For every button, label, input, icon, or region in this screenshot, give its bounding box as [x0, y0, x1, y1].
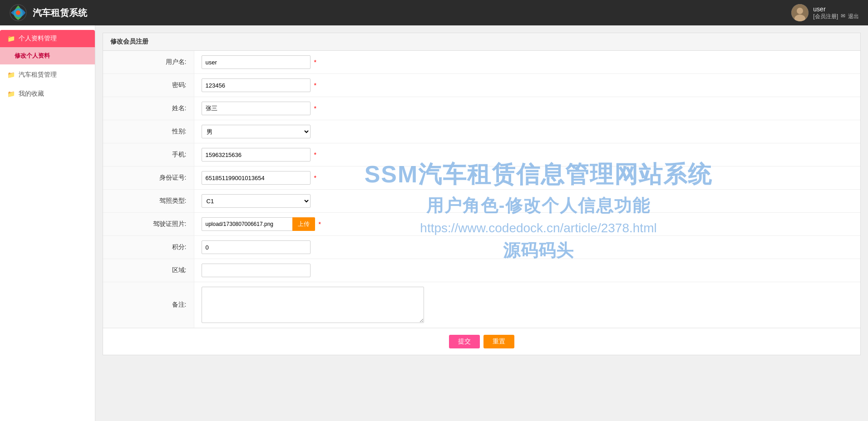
input-wrap-gender: 男 女 — [202, 125, 853, 138]
cell-id-number: * — [194, 166, 860, 190]
input-wrap-phone: * — [202, 148, 853, 162]
user-info: user [会员注册] ✉ 退出 — [813, 5, 859, 20]
input-name[interactable] — [202, 102, 311, 115]
row-password: 密码: * — [103, 74, 860, 97]
select-license-type[interactable]: C1 C2 B1 B2 A1 A2 — [202, 194, 311, 208]
cell-gender: 男 女 — [194, 120, 860, 143]
cell-name: * — [194, 97, 860, 120]
input-region[interactable] — [202, 264, 311, 277]
logout-link[interactable]: 退出 — [848, 13, 859, 20]
sidebar-header-favorites[interactable]: 📁 我的收藏 — [0, 85, 95, 103]
row-score: 积分: — [103, 236, 860, 259]
input-wrap-password: * — [202, 78, 853, 92]
input-remark[interactable] — [202, 287, 424, 323]
layout: 📁 个人资料管理 修改个人资料 📁 汽车租赁管理 📁 我的收藏 修改会员注册 — [0, 25, 868, 421]
row-remark: 备注: — [103, 282, 860, 328]
required-phone: * — [314, 151, 316, 158]
folder-icon-favorites: 📁 — [7, 90, 15, 98]
label-license-type: 驾照类型: — [103, 190, 194, 213]
input-wrap-remark — [202, 287, 853, 323]
sidebar-item-edit-profile[interactable]: 修改个人资料 — [0, 47, 95, 64]
row-id-number: 身份证号: * — [103, 166, 860, 190]
row-name: 姓名: * — [103, 97, 860, 120]
folder-icon-rental: 📁 — [7, 71, 15, 78]
register-link[interactable]: [会员注册] — [813, 13, 838, 20]
required-username: * — [314, 59, 316, 66]
upload-area: 上传 — [202, 217, 315, 231]
message-link[interactable]: ✉ — [841, 13, 845, 20]
form-card: 修改会员注册 用户名: * 密码: — [103, 33, 861, 355]
label-username: 用户名: — [103, 51, 194, 74]
form-footer: 提交 重置 — [103, 328, 860, 355]
svg-point-3 — [797, 8, 803, 14]
input-username[interactable] — [202, 55, 311, 69]
upload-button[interactable]: 上传 — [292, 217, 315, 231]
sidebar: 📁 个人资料管理 修改个人资料 📁 汽车租赁管理 📁 我的收藏 — [0, 25, 95, 421]
cell-remark — [194, 282, 860, 328]
user-avatar — [791, 4, 809, 21]
sidebar-header-personal[interactable]: 📁 个人资料管理 — [0, 30, 95, 47]
sidebar-section-personal: 📁 个人资料管理 修改个人资料 — [0, 30, 95, 64]
sidebar-item-edit-profile-label: 修改个人资料 — [15, 52, 50, 59]
input-wrap-username: * — [202, 55, 853, 69]
required-id-number: * — [314, 174, 316, 181]
cell-score — [194, 236, 860, 259]
sidebar-section-rental-label: 汽车租赁管理 — [19, 71, 57, 79]
row-phone: 手机: * — [103, 143, 860, 166]
input-id-number[interactable] — [202, 171, 311, 185]
form-table: 用户名: * 密码: * — [103, 51, 860, 328]
header-right: user [会员注册] ✉ 退出 — [791, 4, 859, 21]
sidebar-section-personal-label: 个人资料管理 — [19, 34, 57, 43]
cell-password: * — [194, 74, 860, 97]
label-license-photo: 驾驶证照片: — [103, 213, 194, 236]
label-phone: 手机: — [103, 143, 194, 166]
sidebar-header-rental[interactable]: 📁 汽车租赁管理 — [0, 66, 95, 83]
sidebar-section-rental: 📁 汽车租赁管理 — [0, 66, 95, 83]
input-wrap-region — [202, 264, 853, 277]
header-left: 汽车租赁系统 — [9, 4, 87, 22]
input-wrap-id-number: * — [202, 171, 853, 185]
header: 汽车租赁系统 user [会员注册] ✉ 退出 — [0, 0, 868, 25]
cell-phone: * — [194, 143, 860, 166]
cell-license-type: C1 C2 B1 B2 A1 A2 — [194, 190, 860, 213]
label-region: 区域: — [103, 259, 194, 282]
input-wrap-license-photo: 上传 * — [202, 217, 853, 231]
logo-icon — [9, 4, 27, 22]
form-title: 修改会员注册 — [103, 33, 860, 51]
folder-icon-personal: 📁 — [7, 35, 15, 42]
input-wrap-name: * — [202, 102, 853, 115]
reset-button[interactable]: 重置 — [483, 335, 514, 348]
select-gender[interactable]: 男 女 — [202, 125, 311, 138]
svg-point-1 — [16, 10, 20, 15]
cell-region — [194, 259, 860, 282]
label-id-number: 身份证号: — [103, 166, 194, 190]
required-password: * — [314, 82, 316, 89]
app-title: 汽车租赁系统 — [33, 7, 87, 19]
input-password[interactable] — [202, 78, 311, 92]
main-content: 修改会员注册 用户名: * 密码: — [95, 25, 868, 421]
required-license-photo: * — [319, 220, 321, 228]
sidebar-section-favorites: 📁 我的收藏 — [0, 85, 95, 103]
row-gender: 性别: 男 女 — [103, 120, 860, 143]
submit-button[interactable]: 提交 — [449, 335, 480, 348]
label-remark: 备注: — [103, 282, 194, 328]
label-score: 积分: — [103, 236, 194, 259]
label-name: 姓名: — [103, 97, 194, 120]
required-name: * — [314, 105, 316, 112]
row-license-type: 驾照类型: C1 C2 B1 B2 A1 A2 — [103, 190, 860, 213]
label-gender: 性别: — [103, 120, 194, 143]
label-password: 密码: — [103, 74, 194, 97]
cell-license-photo: 上传 * — [194, 213, 860, 236]
cell-username: * — [194, 51, 860, 74]
input-license-photo[interactable] — [202, 217, 292, 231]
input-wrap-score — [202, 240, 853, 254]
input-phone[interactable] — [202, 148, 311, 162]
input-score[interactable] — [202, 240, 311, 254]
user-links[interactable]: [会员注册] ✉ 退出 — [813, 13, 859, 20]
input-wrap-license-type: C1 C2 B1 B2 A1 A2 — [202, 194, 853, 208]
row-region: 区域: — [103, 259, 860, 282]
row-license-photo: 驾驶证照片: 上传 * — [103, 213, 860, 236]
sidebar-section-favorites-label: 我的收藏 — [19, 90, 44, 98]
row-username: 用户名: * — [103, 51, 860, 74]
user-name: user — [813, 5, 825, 13]
